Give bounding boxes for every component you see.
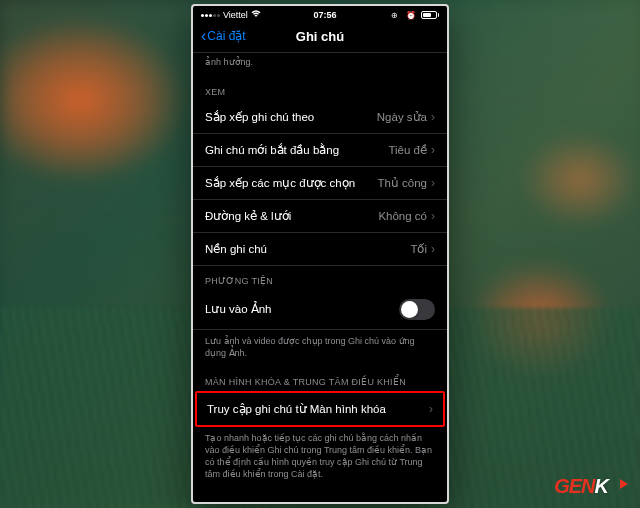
section-header-lock: MÀN HÌNH KHÓA & TRUNG TÂM ĐIỀU KHIỂN [193,367,447,391]
wifi-icon [251,10,261,20]
logo-text-k: K [595,475,608,498]
section-footer-media: Lưu ảnh và video được chụp trong Ghi chú… [193,330,447,367]
phone-frame: Viettel 07:56 ⊕ ⏰ ‹ Cài đặt Ghi chú ảnh … [191,4,449,504]
row-access-from-lock-screen[interactable]: Truy cập ghi chú từ Màn hình khóa › [195,391,445,427]
row-value: Tối [410,242,427,256]
row-note-background[interactable]: Nền ghi chú Tối › [193,233,447,266]
section-footer-lock: Tạo nhanh hoặc tiếp tục các ghi chú bằng… [193,427,447,489]
page-title: Ghi chú [296,29,344,44]
row-value: Ngày sửa [377,110,427,124]
battery-icon [421,11,439,19]
section-header-view: XEM [193,77,447,101]
nav-bar: ‹ Cài đặt Ghi chú [193,22,447,53]
back-button[interactable]: ‹ Cài đặt [201,28,246,44]
toggle-save-to-photos[interactable] [399,299,435,320]
row-label: Sắp xếp các mục được chọn [205,176,377,190]
row-label: Sắp xếp ghi chú theo [205,110,377,124]
section-header-media: PHƯƠNG TIỆN [193,266,447,290]
row-value: Không có [378,210,427,222]
status-bar: Viettel 07:56 ⊕ ⏰ [193,6,447,22]
alarm-icon: ⏰ [405,11,417,19]
logo-text-gen: GEN [554,475,594,498]
settings-content: ảnh hưởng. XEM Sắp xếp ghi chú theo Ngày… [193,53,447,497]
chevron-right-icon: › [431,176,435,190]
status-right: ⊕ ⏰ [389,11,439,19]
watermark-logo: GENK [554,475,628,498]
chevron-right-icon: › [429,402,433,416]
row-new-note-start[interactable]: Ghi chú mới bắt đầu bằng Tiêu đề › [193,134,447,167]
chevron-right-icon: › [431,143,435,157]
row-sort-notes[interactable]: Sắp xếp ghi chú theo Ngày sửa › [193,101,447,134]
chevron-right-icon: › [431,209,435,223]
chevron-right-icon: › [431,242,435,256]
row-label: Truy cập ghi chú từ Màn hình khóa [207,402,429,416]
logo-arrow-icon [610,476,628,497]
back-label: Cài đặt [207,29,245,43]
intro-text-tail: ảnh hưởng. [193,53,447,77]
row-value: Thủ công [377,176,427,190]
toggle-knob [401,301,418,318]
row-save-to-photos[interactable]: Lưu vào Ảnh [193,290,447,330]
row-label: Đường kẻ & lưới [205,209,378,223]
chevron-left-icon: ‹ [201,28,206,44]
chevron-right-icon: › [431,110,435,124]
carrier-label: Viettel [223,10,248,20]
status-time: 07:56 [313,10,336,20]
row-label: Ghi chú mới bắt đầu bằng [205,143,388,157]
row-value: Tiêu đề [388,143,427,157]
row-label: Lưu vào Ảnh [205,302,399,316]
signal-icon [201,14,220,17]
row-label: Nền ghi chú [205,242,410,256]
row-lines-grids[interactable]: Đường kẻ & lưới Không có › [193,200,447,233]
orientation-lock-icon: ⊕ [389,11,401,19]
status-left: Viettel [201,10,261,20]
row-sort-checked[interactable]: Sắp xếp các mục được chọn Thủ công › [193,167,447,200]
